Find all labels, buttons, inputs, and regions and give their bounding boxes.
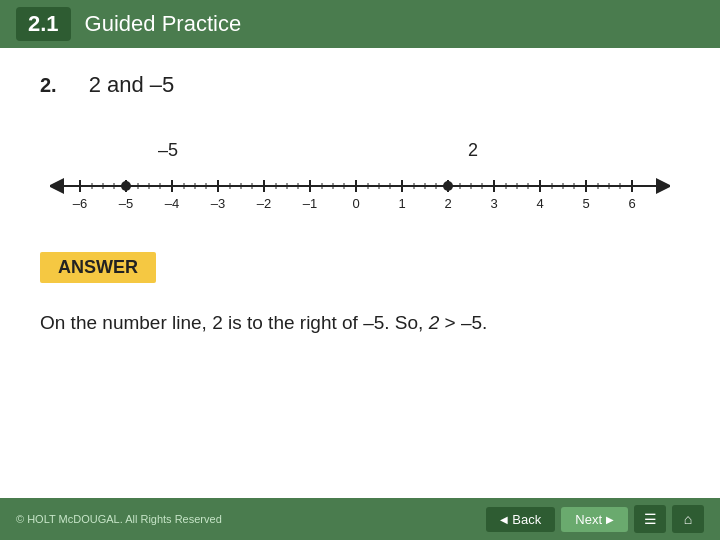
header: 2.1 Guided Practice — [0, 0, 720, 48]
svg-text:–5: –5 — [119, 196, 133, 211]
answer-label: ANSWER — [40, 252, 156, 283]
main-button[interactable]: ⌂ — [672, 505, 704, 533]
svg-text:5: 5 — [582, 196, 589, 211]
svg-text:3: 3 — [490, 196, 497, 211]
svg-text:–3: –3 — [211, 196, 225, 211]
svg-text:4: 4 — [536, 196, 543, 211]
next-button[interactable]: Next ▶ — [561, 507, 628, 532]
home-icon: ⌂ — [684, 511, 692, 527]
number-line-container: –5 2 –6 –5 — [50, 140, 670, 220]
svg-point-20 — [443, 181, 453, 191]
back-arrow-icon: ◀ — [500, 514, 508, 525]
header-title: Guided Practice — [85, 11, 242, 37]
lesson-icon: ☰ — [644, 511, 657, 527]
svg-text:6: 6 — [628, 196, 635, 211]
footer: © HOLT McDOUGAL. All Rights Reserved ◀ B… — [0, 498, 720, 540]
copyright-text: © HOLT McDOUGAL. All Rights Reserved — [16, 513, 222, 525]
footer-nav-buttons: ◀ Back Next ▶ ☰ ⌂ — [486, 505, 704, 533]
answer-text: On the number line, 2 is to the right of… — [40, 309, 680, 338]
problem-number: 2. — [40, 74, 57, 97]
svg-text:–4: –4 — [165, 196, 179, 211]
back-button[interactable]: ◀ Back — [486, 507, 555, 532]
problem-text: 2 and –5 — [89, 72, 175, 98]
section-badge: 2.1 — [16, 7, 71, 41]
nl-label-pos2: 2 — [468, 140, 478, 161]
lesson-button[interactable]: ☰ — [634, 505, 666, 533]
svg-text:–2: –2 — [257, 196, 271, 211]
next-arrow-icon: ▶ — [606, 514, 614, 525]
main-content: 2. 2 and –5 –5 2 –6 — [0, 48, 720, 354]
svg-point-5 — [121, 181, 131, 191]
svg-text:–6: –6 — [73, 196, 87, 211]
nl-label-neg5: –5 — [158, 140, 178, 161]
svg-text:0: 0 — [352, 196, 359, 211]
svg-text:1: 1 — [398, 196, 405, 211]
svg-text:2: 2 — [444, 196, 451, 211]
svg-text:–1: –1 — [303, 196, 317, 211]
number-line-svg: –6 –5 –4 –3 –2 –1 0 1 2 — [50, 168, 670, 220]
